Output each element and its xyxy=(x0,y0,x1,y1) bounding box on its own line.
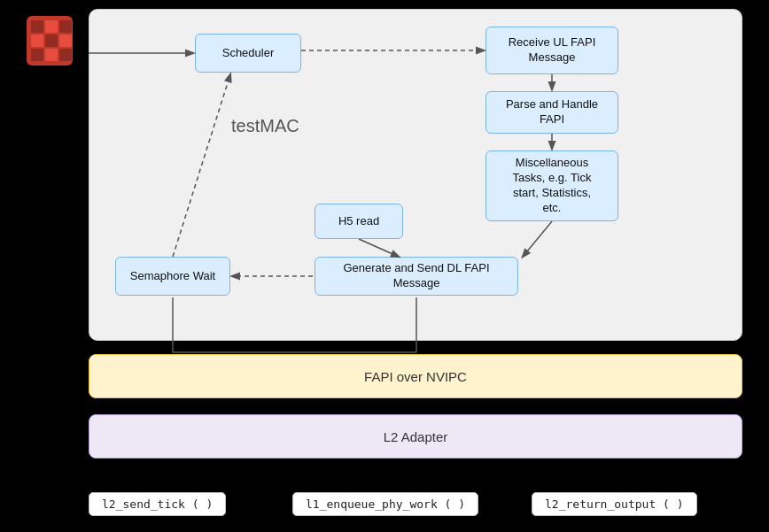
generate-send-node: Generate and Send DL FAPI Message xyxy=(315,257,518,296)
func2-box: l1_enqueue_phy_work ( ) xyxy=(292,492,478,516)
h5-read-node: H5 read xyxy=(315,204,403,239)
receive-ul-node: Receive UL FAPI Message xyxy=(485,27,618,74)
testmac-label: testMAC xyxy=(231,116,299,136)
scheduler-node: Scheduler xyxy=(195,34,301,73)
fapi-box: FAPI over NVIPC xyxy=(89,354,742,398)
func1-box: l2_send_tick ( ) xyxy=(89,492,226,516)
semaphore-wait-node: Semaphore Wait xyxy=(115,257,230,296)
logo xyxy=(27,16,73,62)
main-container: testMAC Scheduler Receive UL FAPI Messag… xyxy=(0,0,769,532)
parse-handle-node: Parse and Handle FAPI xyxy=(485,91,618,134)
l2adapter-label: L2 Adapter xyxy=(384,429,448,444)
fapi-label: FAPI over NVIPC xyxy=(364,369,467,384)
l2adapter-box: L2 Adapter xyxy=(89,414,742,459)
func3-box: l2_return_output ( ) xyxy=(532,492,697,516)
misc-tasks-node: Miscellaneous Tasks, e.g. Tick start, St… xyxy=(485,150,618,221)
